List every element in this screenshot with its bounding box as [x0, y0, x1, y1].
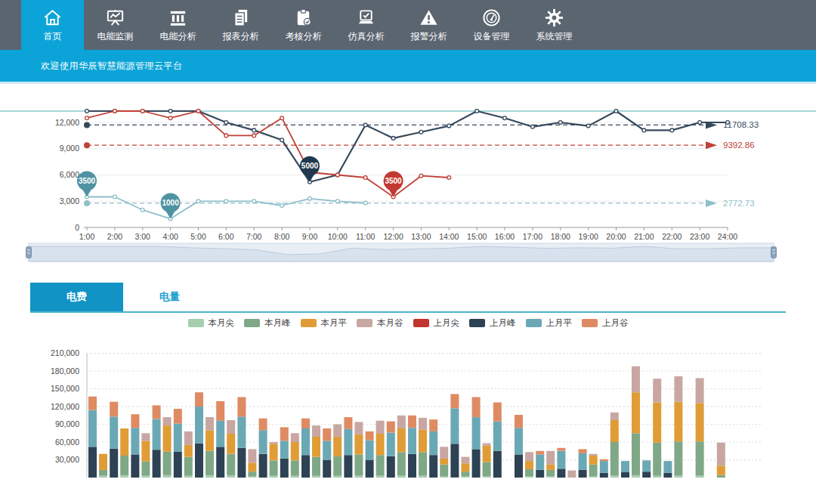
y-axis-label: 30,000	[55, 455, 79, 464]
bar-segment	[653, 379, 661, 402]
bar-segment	[88, 410, 97, 447]
bar-segment	[610, 413, 619, 420]
legend-swatch	[357, 319, 372, 327]
bar-segment	[461, 472, 469, 476]
nav-item-label: 报表分析	[223, 30, 259, 43]
data-point	[141, 208, 144, 212]
data-point	[698, 121, 702, 125]
bar-segment	[354, 476, 363, 478]
bar-segment	[376, 455, 385, 475]
bar-segment	[632, 433, 640, 475]
legend-item[interactable]: 上月谷	[582, 317, 629, 329]
tab-electricity-fee[interactable]: 电费	[30, 283, 123, 311]
data-point	[224, 121, 228, 125]
legend-item[interactable]: 本月谷	[357, 317, 403, 329]
bar-segment	[184, 445, 193, 457]
legend-item[interactable]: 上月尖	[413, 317, 460, 329]
legend-label: 上月尖	[434, 317, 460, 329]
nav-item-system-management[interactable]: 系统管理	[523, 0, 586, 50]
bar-segment	[600, 473, 608, 478]
bar-segment	[557, 468, 565, 478]
nav-item-assessment-analysis[interactable]: 考核分析	[272, 0, 335, 50]
bar-segment	[110, 402, 118, 417]
bar-segment	[280, 459, 289, 478]
home-icon	[42, 8, 63, 28]
bar-segment	[408, 454, 416, 478]
legend-item[interactable]: 本月峰	[244, 317, 291, 329]
datazoom-right-handle[interactable]	[771, 247, 777, 258]
bar-segment	[248, 472, 256, 476]
datazoom-left-handle[interactable]	[26, 247, 32, 258]
tab-label: 电费	[66, 290, 87, 304]
bar-segment	[546, 465, 555, 470]
data-point	[85, 110, 89, 113]
legend-item[interactable]: 上月平	[526, 317, 573, 329]
bar-segment	[515, 454, 523, 478]
bar-segment	[206, 430, 214, 450]
data-point	[419, 130, 423, 134]
bar-segment	[472, 449, 481, 478]
data-point	[224, 134, 228, 138]
data-point	[726, 121, 730, 125]
x-axis-label: 19:00	[579, 232, 598, 241]
bar-segment	[227, 434, 235, 454]
bar-segment	[397, 476, 406, 478]
bar-segment	[589, 454, 598, 456]
bar-segment	[579, 449, 587, 453]
bar-segment	[515, 428, 523, 454]
bar-segment	[163, 475, 172, 478]
bar-segment	[291, 442, 299, 460]
average-value-label: 2772.73	[723, 199, 755, 208]
bar-segment	[515, 415, 523, 428]
bar-segment	[610, 420, 619, 442]
bar-segment	[696, 403, 704, 441]
legend-swatch	[526, 319, 542, 327]
nav-item-power-analysis[interactable]: 电能分析	[147, 0, 209, 50]
clipboard-check-icon	[293, 8, 314, 28]
nav-item-device-management[interactable]: 设备管理	[460, 0, 523, 50]
bar-segment	[163, 417, 172, 425]
data-point	[391, 137, 395, 141]
bar-segment	[653, 403, 661, 443]
data-point	[113, 110, 117, 113]
x-axis-label: 8:00	[274, 232, 290, 241]
legend-item[interactable]: 上月峰	[469, 317, 516, 329]
bar-chart-legend: 本月尖本月峰本月平本月谷上月尖上月峰上月平上月谷	[0, 317, 816, 329]
series-line-0	[87, 111, 728, 182]
nav-item-power-monitoring[interactable]: 电能监测	[84, 0, 147, 50]
bar-segment	[653, 476, 661, 478]
legend-item[interactable]: 本月尖	[188, 317, 235, 329]
bar-segment	[419, 430, 427, 453]
data-point	[168, 116, 172, 120]
nav-item-simulation-analysis[interactable]: 仿真分析	[335, 0, 397, 50]
bar-segment	[366, 441, 374, 460]
bar-segment	[312, 425, 320, 437]
data-point	[586, 124, 590, 128]
svg-text:1000: 1000	[162, 199, 179, 207]
bar-segment	[567, 471, 576, 478]
x-axis-label: 24:00	[718, 232, 737, 241]
bar-segment	[312, 437, 320, 457]
legend-item[interactable]: 本月平	[301, 317, 348, 329]
bar-segment	[397, 428, 406, 452]
bar-segment	[642, 472, 651, 478]
bar-segment	[440, 476, 448, 478]
nav-item-report-analysis[interactable]: 报表分析	[209, 0, 272, 50]
bar-segment	[621, 472, 629, 478]
nav-item-alarm-analysis[interactable]: 报警分析	[397, 0, 460, 50]
nav-item-home[interactable]: 首页	[21, 0, 84, 50]
x-axis-label: 13:00	[411, 232, 431, 241]
average-value-label: 9392.86	[723, 141, 755, 150]
bar-segment	[301, 428, 310, 455]
bar-segment	[131, 454, 139, 478]
bar-segment	[301, 419, 310, 428]
data-point	[558, 121, 562, 125]
x-axis-label: 15:00	[467, 232, 487, 241]
bar-segment	[184, 476, 193, 478]
x-axis-label: 22:00	[662, 232, 682, 241]
bar-segment	[291, 460, 299, 475]
bar-segment	[259, 430, 267, 453]
bar-segment	[387, 422, 395, 433]
bar-segment	[291, 476, 299, 478]
tab-electricity-quantity[interactable]: 电量	[123, 283, 216, 311]
